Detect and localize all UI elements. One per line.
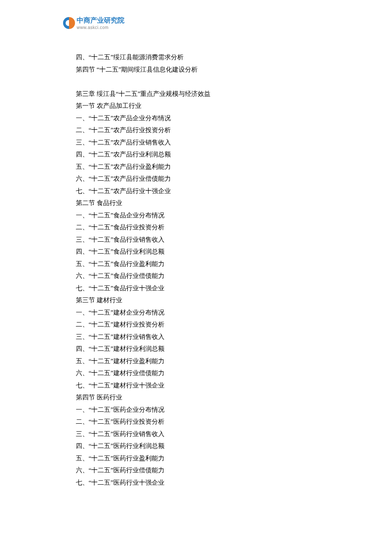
toc-line: 五、“十二五”建材行业盈利能力 bbox=[76, 355, 331, 367]
toc-line: 第一节 农产品加工行业 bbox=[76, 100, 331, 112]
toc-line: 七、“十二五”农产品行业十强企业 bbox=[76, 185, 331, 197]
toc-line: 四、“十二五”农产品行业利润总额 bbox=[76, 148, 331, 161]
toc-line: 六、“十二五”食品行业偿债能力 bbox=[76, 270, 331, 282]
logo-cn-text: 中商产业研究院 bbox=[77, 16, 124, 25]
toc-line: 三、“十二五”农产品行业销售收入 bbox=[76, 136, 331, 149]
toc-line: 一、“十二五”农产品企业分布情况 bbox=[76, 112, 331, 124]
toc-line: 六、“十二五”农产品行业偿债能力 bbox=[76, 173, 331, 185]
logo: 中商产业研究院 www.askci.com bbox=[63, 16, 124, 30]
toc-line: 七、“十二五”建材行业十强企业 bbox=[76, 379, 331, 392]
toc-line: 第三章 绥江县“十二五”重点产业规模与经济效益 bbox=[76, 88, 331, 100]
toc-line: 四、“十二五”食品行业利润总额 bbox=[76, 246, 331, 258]
toc-line: 第三节 建材行业 bbox=[76, 294, 331, 306]
toc-line: 三、“十二五”建材行业销售收入 bbox=[76, 331, 331, 343]
toc-line: 一、“十二五”食品企业分布情况 bbox=[76, 209, 331, 222]
toc-line: 四、“十二五”建材行业利润总额 bbox=[76, 343, 331, 355]
toc-line: 一、“十二五”建材企业分布情况 bbox=[76, 306, 331, 319]
toc-line: 六、“十二五”建材行业偿债能力 bbox=[76, 367, 331, 379]
toc-line: 六、“十二五”医药行业偿债能力 bbox=[76, 464, 331, 477]
logo-text: 中商产业研究院 www.askci.com bbox=[77, 16, 124, 30]
logo-url-text: www.askci.com bbox=[77, 25, 124, 30]
toc-line: 第四节 “十二五”期间绥江县信息化建设分析 bbox=[76, 64, 331, 76]
toc-line: 第四节 医药行业 bbox=[76, 391, 331, 404]
toc-line: 七、“十二五”食品行业十强企业 bbox=[76, 282, 331, 295]
toc-line: 三、“十二五”食品行业销售收入 bbox=[76, 234, 331, 246]
toc-line: 五、“十二五”医药行业盈利能力 bbox=[76, 452, 331, 465]
toc-line: 五、“十二五”食品行业盈利能力 bbox=[76, 258, 331, 270]
toc-line: 七、“十二五”医药行业十强企业 bbox=[76, 477, 331, 489]
toc-line: 三、“十二五”医药行业销售收入 bbox=[76, 428, 331, 440]
logo-icon bbox=[63, 17, 75, 29]
document-content: 四、“十二五”绥江县能源消费需求分析 第四节 “十二五”期间绥江县信息化建设分析… bbox=[76, 51, 331, 489]
toc-line: 五、“十二五”农产品行业盈利能力 bbox=[76, 161, 331, 173]
toc-line: 二、“十二五”农产品行业投资分析 bbox=[76, 124, 331, 136]
toc-line: 二、“十二五”建材行业投资分析 bbox=[76, 318, 331, 331]
toc-line: 一、“十二五”医药企业分布情况 bbox=[76, 404, 331, 416]
toc-line: 二、“十二五”医药行业投资分析 bbox=[76, 416, 331, 428]
toc-line: 二、“十二五”食品行业投资分析 bbox=[76, 221, 331, 234]
toc-line: 第二节 食品行业 bbox=[76, 197, 331, 209]
toc-line: 四、“十二五”绥江县能源消费需求分析 bbox=[76, 51, 331, 64]
toc-line: 四、“十二五”医药行业利润总额 bbox=[76, 440, 331, 452]
blank-line bbox=[76, 75, 331, 88]
